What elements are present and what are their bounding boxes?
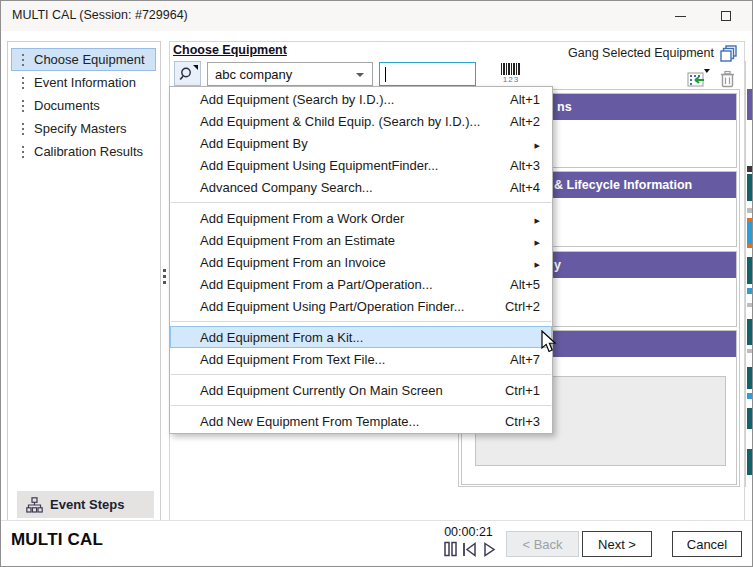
menu-item-label: Add Equipment From a Kit... — [200, 330, 363, 345]
menu-item-equipmentfinder[interactable]: Add Equipment Using EquipmentFinder... A… — [170, 154, 552, 176]
menu-item-shortcut: Ctrl+3 — [505, 414, 540, 429]
combo-arrow-icon — [356, 73, 364, 77]
menu-item-from-work-order[interactable]: Add Equipment From a Work Order — [170, 207, 552, 229]
minimize-button[interactable] — [657, 1, 703, 31]
playback-controls[interactable] — [444, 541, 506, 558]
menu-separator — [170, 317, 552, 326]
menu-item-label: Add Equipment From an Invoice — [200, 255, 386, 270]
minimize-icon — [675, 16, 686, 17]
barcode-bars — [501, 63, 521, 75]
menu-item-label: Add Equipment Using Part/Operation Finde… — [200, 299, 464, 314]
pause-icon — [445, 543, 456, 556]
menu-item-label: Add Equipment (Search by I.D.)... — [200, 92, 394, 107]
menu-item-shortcut: Alt+3 — [510, 158, 540, 173]
maximize-icon — [721, 11, 731, 21]
clipped-content-block — [747, 244, 753, 248]
menu-item-from-invoice[interactable]: Add Equipment From an Invoice — [170, 251, 552, 273]
menu-item-shortcut: Alt+2 — [510, 114, 540, 129]
clipped-panel-strip — [747, 31, 753, 523]
clipped-content-block — [747, 174, 753, 201]
play-icon — [485, 544, 494, 556]
menu-item-label: Add Equipment Currently On Main Screen — [200, 383, 443, 398]
menu-separator — [170, 198, 552, 207]
sidebar-item-choose-equipment[interactable]: Choose Equipment — [11, 48, 156, 71]
menu-item-label: Advanced Company Search... — [200, 180, 373, 195]
drag-grip-icon — [12, 82, 34, 84]
gang-copy-icon[interactable] — [719, 45, 738, 64]
sidebar-splitter-handle[interactable] — [162, 269, 166, 289]
barcode-scan-icon[interactable]: 123 — [501, 63, 521, 85]
menu-item-add-equipment-search-by-id[interactable]: Add Equipment (Search by I.D.)... Alt+1 — [170, 88, 552, 110]
org-chart-icon — [26, 497, 43, 513]
clipped-content-block — [747, 257, 753, 284]
import-equipment-icon[interactable] — [685, 69, 711, 89]
gang-selected-equipment-label: Gang Selected Equipment — [568, 46, 714, 60]
menu-item-label: Add Equipment Using EquipmentFinder... — [200, 158, 438, 173]
sidebar-item-label: Event Information — [34, 75, 136, 90]
clipped-content-block — [747, 303, 753, 307]
menu-item-shortcut: Alt+1 — [510, 92, 540, 107]
company-search-value: abc company — [208, 67, 292, 82]
menu-item-from-text-file[interactable]: Add Equipment From Text File... Alt+7 — [170, 348, 552, 370]
sidebar-item-calibration-results[interactable]: Calibration Results — [11, 140, 156, 163]
panel-divider — [745, 61, 746, 487]
clipped-content-block — [747, 367, 753, 389]
search-menu-button[interactable] — [174, 61, 201, 86]
menu-item-shortcut: Ctrl+2 — [505, 299, 540, 314]
id-search-input[interactable] — [380, 63, 475, 85]
drag-grip-icon — [12, 59, 34, 61]
menu-item-label: Add Equipment From an Estimate — [200, 233, 395, 248]
clipped-content-block — [747, 319, 753, 345]
menu-item-shortcut: Ctrl+1 — [505, 383, 540, 398]
menu-item-from-estimate[interactable]: Add Equipment From an Estimate — [170, 229, 552, 251]
submenu-arrow-icon — [535, 136, 540, 151]
session-timer: 00:00:21 — [426, 525, 511, 539]
maximize-button[interactable] — [703, 1, 749, 31]
back-button[interactable]: < Back — [506, 531, 579, 557]
next-button[interactable]: Next > — [582, 531, 652, 557]
clipped-content-block — [747, 288, 753, 294]
sidebar-item-label: Specify Masters — [34, 121, 126, 136]
clipped-content-block — [747, 449, 753, 475]
sidebar-item-documents[interactable]: Documents — [11, 94, 156, 117]
submenu-arrow-icon — [535, 255, 540, 270]
text-caret — [385, 67, 386, 82]
clipped-content-block — [747, 393, 753, 399]
skip-start-icon — [464, 543, 475, 556]
menu-item-new-from-template[interactable]: Add New Equipment From Template... Ctrl+… — [170, 410, 552, 432]
clipped-content-block — [747, 166, 753, 172]
menu-separator — [170, 401, 552, 410]
cancel-button[interactable]: Cancel — [672, 531, 742, 557]
id-search-box — [379, 62, 476, 86]
menu-item-add-equipment-child-equip[interactable]: Add Equipment & Child Equip. (Search by … — [170, 110, 552, 132]
sidebar-item-label: Choose Equipment — [34, 52, 145, 67]
titlebar: MULTI CAL (Session: #729964) — [1, 1, 752, 31]
sidebar-item-event-information[interactable]: Event Information — [11, 71, 156, 94]
clipped-content-block — [747, 408, 753, 429]
menu-item-part-operation-finder[interactable]: Add Equipment Using Part/Operation Finde… — [170, 295, 552, 317]
menu-item-shortcut: Alt+4 — [510, 180, 540, 195]
event-steps-button[interactable]: Event Steps — [17, 491, 154, 518]
company-search-combobox[interactable]: abc company — [207, 62, 373, 86]
menu-item-label: Add Equipment From Text File... — [200, 352, 385, 367]
sidebar-item-label: Documents — [34, 98, 100, 113]
event-steps-label: Event Steps — [50, 497, 124, 512]
sidebar-item-specify-masters[interactable]: Specify Masters — [11, 117, 156, 140]
app-window: MULTI CAL (Session: #729964) Choose Equi… — [0, 0, 753, 567]
sidebar-item-label: Calibration Results — [34, 144, 143, 159]
mouse-cursor — [541, 330, 557, 354]
delete-trash-icon[interactable] — [720, 70, 735, 88]
menu-item-label: Add Equipment By — [200, 136, 308, 151]
menu-item-advanced-company-search[interactable]: Advanced Company Search... Alt+4 — [170, 176, 552, 198]
clipped-content-block — [747, 89, 753, 120]
window-title: MULTI CAL (Session: #729964) — [12, 8, 188, 22]
dropdown-arrow-icon — [193, 65, 198, 70]
menu-item-add-equipment-by[interactable]: Add Equipment By — [170, 132, 552, 154]
drag-grip-icon — [12, 105, 34, 107]
menu-item-shortcut: Alt+7 — [510, 352, 540, 367]
menu-item-from-kit[interactable]: Add Equipment From a Kit... — [170, 326, 552, 348]
menu-item-currently-on-main-screen[interactable]: Add Equipment Currently On Main Screen C… — [170, 379, 552, 401]
menu-item-label: Add Equipment & Child Equip. (Search by … — [200, 114, 480, 129]
menu-item-from-part-operation[interactable]: Add Equipment From a Part/Operation... A… — [170, 273, 552, 295]
drag-grip-icon — [12, 151, 34, 153]
